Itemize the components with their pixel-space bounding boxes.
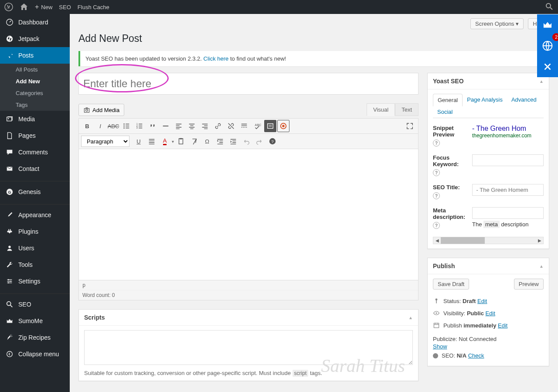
edit-status-link[interactable]: Edit <box>477 298 487 304</box>
yoast-tab-advanced[interactable]: Advanced <box>507 94 541 106</box>
redo-icon[interactable] <box>253 135 265 147</box>
italic-icon[interactable]: I <box>94 120 106 132</box>
spellcheck-icon[interactable]: ABC <box>251 120 263 132</box>
link-icon[interactable] <box>212 120 224 132</box>
notice-link[interactable]: Click here <box>204 55 229 62</box>
publicize-show-link[interactable]: Show <box>433 343 447 350</box>
submenu-all-posts[interactable]: All Posts <box>0 64 70 75</box>
home-icon[interactable] <box>20 3 28 11</box>
align-left-icon[interactable] <box>173 120 185 132</box>
editor-content[interactable] <box>79 149 418 280</box>
toolbar-toggle-icon[interactable] <box>277 120 289 132</box>
format-select[interactable]: Paragraph <box>81 136 129 147</box>
strikethrough-icon[interactable]: ABC <box>107 120 119 132</box>
focus-keyword-input[interactable] <box>472 154 544 166</box>
search-icon[interactable] <box>545 2 554 11</box>
visual-tab[interactable]: Visual <box>367 103 395 116</box>
yoast-metabox: Yoast SEO▲ General Page Analysis Advance… <box>427 73 549 249</box>
distraction-free-icon[interactable] <box>264 120 276 132</box>
post-title-input[interactable] <box>78 73 418 95</box>
genesis-icon: G <box>5 187 14 196</box>
sidebar-collapse[interactable]: Collapse menu <box>0 346 70 362</box>
special-char-icon[interactable]: Ω <box>201 135 213 147</box>
topbar-flush-cache[interactable]: Flush Cache <box>78 4 109 10</box>
outdent-icon[interactable] <box>214 135 226 147</box>
color-dropdown-icon[interactable]: ▾ <box>172 139 174 144</box>
more-icon[interactable] <box>238 120 250 132</box>
submenu-add-new[interactable]: Add New <box>0 75 70 87</box>
wordpress-logo-icon[interactable] <box>4 3 13 11</box>
sumome-crown-button[interactable] <box>537 14 558 35</box>
paste-text-icon[interactable] <box>175 135 187 147</box>
snippet-url: thegreenhomemaker.com <box>472 133 544 139</box>
horizontal-scrollbar[interactable]: ◀ ▶ <box>433 237 544 244</box>
sidebar-item-jetpack[interactable]: Jetpack <box>0 31 70 47</box>
scroll-right-icon[interactable]: ▶ <box>536 238 543 243</box>
scripts-metabox-head[interactable]: Scripts▲ <box>79 310 418 326</box>
unlink-icon[interactable] <box>225 120 237 132</box>
yoast-tab-page-analysis[interactable]: Page Analysis <box>463 94 507 106</box>
edit-schedule-link[interactable]: Edit <box>498 322 507 329</box>
screen-options-button[interactable]: Screen Options ▾ <box>470 18 524 29</box>
scripts-textarea[interactable] <box>84 330 413 365</box>
indent-icon[interactable] <box>227 135 239 147</box>
yoast-tab-general[interactable]: General <box>433 94 463 106</box>
bullet-list-icon[interactable] <box>120 120 133 132</box>
undo-icon[interactable] <box>240 135 252 147</box>
sidebar-item-genesis[interactable]: GGenesis <box>0 184 70 200</box>
sidebar-item-users[interactable]: Users <box>0 240 70 256</box>
sidebar-item-settings[interactable]: Settings <box>0 273 70 290</box>
submenu-tags[interactable]: Tags <box>0 99 70 111</box>
meta-description-input[interactable] <box>472 207 544 219</box>
help-icon[interactable]: ? <box>433 140 440 147</box>
save-draft-button[interactable]: Save Draft <box>433 279 469 290</box>
sidebar-item-tools[interactable]: Tools <box>0 256 70 273</box>
number-list-icon[interactable]: 123 <box>133 120 146 132</box>
underline-icon[interactable]: U <box>133 135 145 147</box>
add-media-button[interactable]: Add Media <box>78 104 124 116</box>
sidebar-item-dashboard[interactable]: Dashboard <box>0 14 70 31</box>
svg-point-20 <box>123 127 125 129</box>
text-color-icon[interactable]: A <box>159 135 171 147</box>
sumome-close-button[interactable] <box>537 56 558 77</box>
align-right-icon[interactable] <box>199 120 211 132</box>
sidebar-item-comments[interactable]: Comments <box>0 144 70 160</box>
fullscreen-icon[interactable] <box>404 120 416 132</box>
update-notice: Yoast SEO has been updated to version 2.… <box>78 51 549 66</box>
justify-icon[interactable] <box>146 135 158 147</box>
yoast-tab-social[interactable]: Social <box>433 106 457 118</box>
sidebar-item-seo[interactable]: SEO <box>0 296 70 313</box>
sidebar-item-zip-recipes[interactable]: Zip Recipes <box>0 329 70 346</box>
sidebar-item-posts[interactable]: Posts <box>0 47 70 64</box>
hr-icon[interactable] <box>160 120 172 132</box>
editor-box: B I ABC 123 ABC <box>78 118 418 300</box>
help-icon[interactable]: ? <box>266 135 279 147</box>
help-icon[interactable]: ? <box>433 169 440 176</box>
preview-button[interactable]: Preview <box>514 279 544 290</box>
quote-icon[interactable] <box>146 120 159 132</box>
sidebar-item-contact[interactable]: Contact <box>0 160 70 177</box>
edit-visibility-link[interactable]: Edit <box>486 310 495 317</box>
seo-check-link[interactable]: Check <box>468 352 484 359</box>
publish-metabox-head[interactable]: Publish▲ <box>428 258 549 274</box>
sidebar-item-plugins[interactable]: Plugins <box>0 223 70 240</box>
sidebar-item-pages[interactable]: Pages <box>0 127 70 144</box>
help-icon[interactable]: ? <box>433 192 440 199</box>
sumome-globe-button[interactable]: 2 <box>537 35 558 56</box>
sidebar-item-media[interactable]: Media <box>0 111 70 127</box>
topbar-seo[interactable]: SEO <box>59 4 71 10</box>
topbar-new[interactable]: +New <box>35 3 52 11</box>
svg-point-34 <box>436 312 437 314</box>
seo-title-input[interactable] <box>472 184 544 196</box>
bold-icon[interactable]: B <box>81 120 93 132</box>
yoast-metabox-head[interactable]: Yoast SEO▲ <box>428 73 549 89</box>
scroll-left-icon[interactable]: ◀ <box>433 238 441 243</box>
submenu-categories[interactable]: Categories <box>0 87 70 99</box>
align-center-icon[interactable] <box>186 120 198 132</box>
sidebar-item-sumome[interactable]: SumoMe <box>0 313 70 329</box>
text-tab[interactable]: Text <box>395 103 418 116</box>
clear-format-icon[interactable] <box>188 135 200 147</box>
help-icon[interactable]: ? <box>433 222 440 229</box>
scrollbar-thumb[interactable] <box>441 237 485 244</box>
sidebar-item-appearance[interactable]: Appearance <box>0 207 70 223</box>
